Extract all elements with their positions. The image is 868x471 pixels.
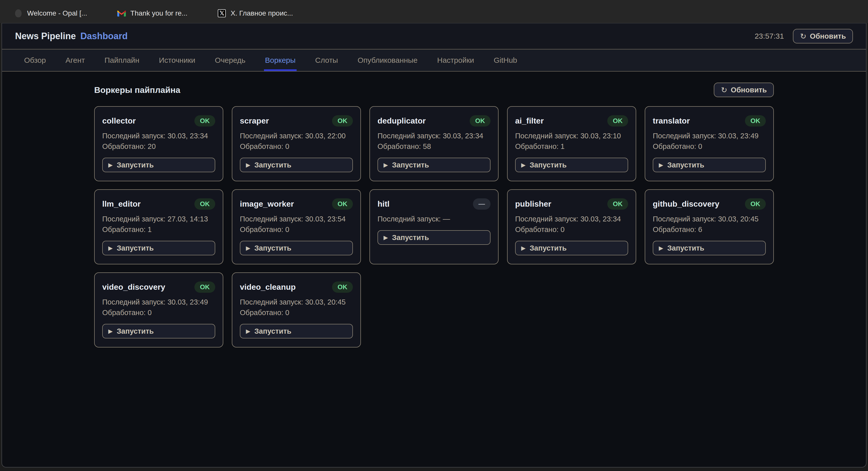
worker-card: llm_editor OK Последний запуск: 27.03, 1… (94, 189, 223, 264)
run-worker-button[interactable]: ▶ Запустить (102, 158, 215, 172)
status-badge: — (473, 198, 491, 210)
worker-card: video_cleanup OK Последний запуск: 30.03… (232, 273, 361, 347)
run-worker-button[interactable]: ▶ Запустить (377, 230, 491, 245)
worker-name: ai_filter (515, 116, 544, 126)
tab-sources[interactable]: Источники (159, 50, 195, 71)
tab-slots[interactable]: Слоты (315, 50, 338, 71)
play-icon: ▶ (659, 245, 663, 252)
worker-processed: Обработано: 0 (653, 141, 766, 152)
worker-processed: Обработано: 0 (102, 307, 215, 318)
run-worker-button[interactable]: ▶ Запустить (102, 241, 215, 255)
page-title: News Pipeline (15, 31, 76, 41)
run-worker-button[interactable]: ▶ Запустить (377, 158, 491, 172)
worker-card: hitl — Последний запуск: — ▶ Запустить (369, 189, 499, 264)
page-subtitle: Dashboard (81, 31, 128, 41)
worker-processed: Обработано: 0 (240, 307, 353, 318)
run-label: Запустить (254, 244, 291, 252)
tab-queue[interactable]: Очередь (215, 50, 246, 71)
worker-name: collector (102, 116, 135, 126)
tab-pipeline[interactable]: Пайплайн (104, 50, 140, 71)
run-label: Запустить (392, 161, 429, 169)
worker-last-run: Последний запуск: 30.03, 23:54 (240, 214, 353, 224)
worker-name: llm_editor (102, 199, 141, 209)
worker-last-run: Последний запуск: 30.03, 20:45 (240, 297, 353, 307)
status-badge: OK (470, 115, 491, 127)
run-worker-button[interactable]: ▶ Запустить (653, 158, 766, 172)
header-refresh-button[interactable]: ↻ Обновить (793, 29, 853, 43)
worker-last-run: Последний запуск: 30.03, 23:49 (653, 131, 766, 141)
run-worker-button[interactable]: ▶ Запустить (240, 324, 353, 339)
worker-last-run: Последний запуск: 27.03, 14:13 (102, 214, 215, 224)
clock: 23:57:31 (755, 32, 784, 40)
worker-processed: Обработано: 0 (515, 224, 628, 235)
run-label: Запустить (117, 161, 154, 169)
worker-last-run: Последний запуск: 30.03, 23:34 (377, 131, 491, 141)
x-icon: 𝕏 (217, 9, 226, 18)
status-badge: OK (332, 115, 353, 127)
run-worker-button[interactable]: ▶ Запустить (240, 158, 353, 172)
run-label: Запустить (530, 244, 567, 252)
play-icon: ▶ (108, 328, 113, 335)
run-label: Запустить (117, 244, 154, 252)
status-badge: OK (607, 115, 628, 127)
run-label: Запустить (667, 161, 704, 169)
worker-card: github_discovery OK Последний запуск: 30… (645, 189, 774, 264)
tab-agent[interactable]: Агент (66, 50, 85, 71)
worker-name: scraper (240, 116, 269, 126)
worker-card: deduplicator OK Последний запуск: 30.03,… (369, 106, 499, 181)
play-icon: ▶ (383, 162, 388, 168)
tab-settings[interactable]: Настройки (437, 50, 474, 71)
tab-github[interactable]: GitHub (494, 50, 517, 71)
refresh-icon: ↻ (721, 86, 727, 94)
worker-last-run: Последний запуск: 30.03, 23:49 (102, 297, 215, 307)
play-icon: ▶ (246, 245, 250, 252)
main-content: Воркеры пайплайна ↻ Обновить collector O… (2, 71, 866, 347)
worker-processed: Обработано: 1 (515, 141, 628, 152)
worker-last-run: Последний запуск: 30.03, 23:34 (102, 131, 215, 141)
worker-processed: Обработано: 58 (377, 141, 491, 152)
browser-tab-title: Welcome - Opal [... (27, 9, 87, 17)
refresh-icon: ↻ (800, 32, 806, 41)
worker-last-run: Последний запуск: 30.03, 23:34 (515, 214, 628, 224)
nav-tabs: ОбзорАгентПайплайнИсточникиОчередьВоркер… (2, 50, 866, 71)
tab-published[interactable]: Опубликованные (358, 50, 418, 71)
status-badge: OK (194, 281, 215, 293)
play-icon: ▶ (246, 162, 250, 168)
worker-last-run: Последний запуск: — (377, 214, 491, 224)
run-label: Запустить (530, 161, 567, 169)
section-refresh-button[interactable]: ↻ Обновить (714, 83, 774, 97)
status-badge: OK (607, 198, 628, 210)
run-worker-button[interactable]: ▶ Запустить (653, 241, 766, 255)
worker-card: translator OK Последний запуск: 30.03, 2… (645, 106, 774, 181)
browser-tab-title: X. Главное проис... (230, 9, 293, 17)
worker-name: publisher (515, 199, 551, 209)
worker-name: video_discovery (102, 282, 165, 292)
app-header: News Pipeline Dashboard 23:57:31 ↻ Обнов… (2, 23, 866, 50)
status-badge: OK (745, 115, 766, 127)
status-badge: OK (194, 198, 215, 210)
play-icon: ▶ (521, 245, 526, 252)
status-badge: OK (194, 115, 215, 127)
worker-last-run: Последний запуск: 30.03, 22:00 (240, 131, 353, 141)
browser-tab-opal[interactable]: Welcome - Opal [... (14, 9, 87, 18)
tab-overview[interactable]: Обзор (24, 50, 46, 71)
run-worker-button[interactable]: ▶ Запустить (515, 241, 628, 255)
run-worker-button[interactable]: ▶ Запустить (102, 324, 215, 339)
worker-name: image_worker (240, 199, 294, 209)
worker-processed: Обработано: 1 (102, 224, 215, 235)
browser-tab-x[interactable]: 𝕏 X. Главное проис... (217, 9, 293, 18)
run-worker-button[interactable]: ▶ Запустить (515, 158, 628, 172)
worker-processed: Обработано: 20 (102, 141, 215, 152)
browser-tab-bar: Welcome - Opal [... Thank you for re... … (0, 0, 868, 23)
tab-workers[interactable]: Воркеры (265, 50, 296, 71)
worker-processed: Обработано: 0 (240, 224, 353, 235)
play-icon: ▶ (108, 162, 113, 168)
status-badge: OK (332, 281, 353, 293)
worker-name: video_cleanup (240, 282, 296, 292)
worker-processed: Обработано: 6 (653, 224, 766, 235)
worker-name: hitl (377, 199, 390, 209)
browser-tab-gmail[interactable]: Thank you for re... (117, 9, 187, 18)
run-worker-button[interactable]: ▶ Запустить (240, 241, 353, 255)
worker-card: ai_filter OK Последний запуск: 30.03, 23… (507, 106, 636, 181)
worker-card: scraper OK Последний запуск: 30.03, 22:0… (232, 106, 361, 181)
